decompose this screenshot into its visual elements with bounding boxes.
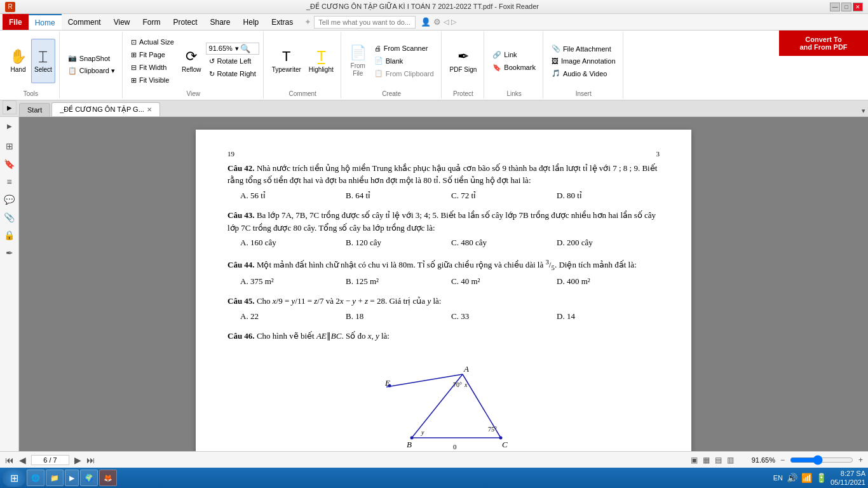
ie-icon: 🌐 (31, 474, 40, 482)
rotate-right-button[interactable]: ↻ Rotate Right (206, 68, 259, 80)
maximize-button[interactable]: □ (841, 3, 851, 11)
menu-view[interactable]: View (107, 14, 137, 30)
windows-icon: ⊞ (10, 472, 18, 484)
from-scanner-icon: 🖨 (374, 44, 381, 52)
snapshot-button[interactable]: 📷 SnapShot (65, 52, 118, 64)
menu-form[interactable]: Form (137, 14, 167, 30)
page-input[interactable] (31, 455, 69, 465)
q46-text: Câu 46. Cho hình vẽ biết AE∥BC. Số đo x,… (227, 330, 660, 342)
blank-button[interactable]: 📄 Blank (371, 55, 437, 67)
start-button[interactable]: ⊞ (3, 469, 25, 487)
tab-start[interactable]: Start (19, 103, 50, 116)
zoom-slider[interactable] (790, 455, 853, 465)
menu-help[interactable]: Help (237, 14, 266, 30)
file-attachment-button[interactable]: 📎 File Attachment (548, 43, 619, 55)
taskbar-media[interactable]: ▶ (65, 470, 79, 486)
taskbar-foxit[interactable]: 🦊 (99, 470, 117, 486)
nav-prev-button[interactable]: ◀ (19, 455, 26, 465)
minimize-button[interactable]: — (830, 3, 840, 11)
rotate-right-label: Rotate Right (217, 70, 256, 78)
convert-panel[interactable]: Convert To and From PDF (779, 30, 868, 56)
rotate-right-icon: ↻ (209, 70, 215, 78)
hand-icon: ✋ (10, 48, 27, 65)
zoom-in-icon[interactable]: 🔍 (240, 44, 250, 53)
audio-video-button[interactable]: 🎵 Audio & Video (548, 67, 619, 79)
sidebar-pages-icon[interactable]: ⊞ (2, 139, 17, 154)
typewriter-button[interactable]: T Typewriter (269, 39, 304, 83)
svg-text:70°: 70° (453, 381, 462, 388)
menu-protect[interactable]: Protect (167, 14, 204, 30)
taskbar-volume-icon[interactable]: 🔊 (787, 473, 797, 483)
highlight-button[interactable]: T̲ Highlight (306, 39, 337, 83)
sidebar-comment-icon[interactable]: 💬 (2, 192, 17, 207)
from-clipboard-button[interactable]: 📋 From Clipboard (371, 67, 437, 79)
hand-button[interactable]: ✋ Hand (6, 39, 30, 83)
tab-dropdown-arrow[interactable]: ▾ (862, 107, 865, 115)
zoom-out-icon[interactable]: − (780, 456, 785, 464)
pdf-sign-button[interactable]: ✒ PDF Sign (447, 39, 480, 83)
nav-forward-icon[interactable]: ▷ (451, 18, 456, 26)
protect-group-label: Protect (447, 89, 480, 97)
from-clipboard-label: From Clipboard (386, 70, 434, 78)
zoom-dropdown[interactable]: 91.65% ▾ 🔍 (206, 43, 259, 55)
close-button[interactable]: ✕ (853, 3, 863, 11)
taskbar-chrome[interactable]: 🌍 (80, 470, 98, 486)
sidebar-layers-icon[interactable]: ≡ (2, 174, 17, 189)
snapshot-icon: 📷 (68, 54, 77, 62)
link-button[interactable]: 🔗 Link (489, 49, 539, 61)
menubar: File Home Comment View Form Protect Shar… (0, 14, 868, 30)
sidebar-expand-button[interactable]: ▶ (4, 121, 15, 131)
bookmark-button[interactable]: 🔖 Bookmark (489, 62, 539, 74)
tab-document-close[interactable]: ✕ (147, 106, 152, 113)
menu-comment[interactable]: Comment (62, 14, 107, 30)
select-button[interactable]: ⌶ Select (31, 39, 55, 83)
sidebar-signature-icon[interactable]: ✒ (2, 245, 17, 261)
taskbar-network-icon[interactable]: 📶 (801, 473, 812, 483)
user-area: 👤 ⚙ ◁ ▷ (421, 17, 456, 27)
q43-c: C. 480 cây (451, 236, 554, 249)
fit-visible-label: Fit Visible (139, 76, 169, 84)
from-scanner-button[interactable]: 🖨 From Scanner (371, 43, 437, 54)
actual-size-button[interactable]: ⊡ Actual Size (128, 36, 177, 48)
rotate-left-button[interactable]: ↺ Rotate Left (206, 55, 259, 67)
user-icon: 👤 (421, 17, 431, 27)
menu-share[interactable]: Share (204, 14, 237, 30)
sidebar-security-icon[interactable]: 🔒 (2, 227, 17, 243)
svg-text:0: 0 (453, 443, 457, 451)
menu-home[interactable]: Home (29, 14, 62, 30)
nav-next-button[interactable]: ▶ (74, 455, 81, 465)
nav-last-button[interactable]: ⏭ (86, 455, 95, 465)
q42-text: Câu 42. Nhà nước trích tiền ủng hộ miền … (227, 162, 660, 187)
page-num-left: 19 (227, 149, 234, 159)
view-facing-icon[interactable]: ▤ (715, 456, 722, 464)
image-annotation-button[interactable]: 🖼 Image Annotation (548, 55, 619, 67)
sidebar-attachments-icon[interactable]: 📎 (2, 210, 17, 225)
fit-page-button[interactable]: ⊞ Fit Page (128, 49, 177, 61)
view-single-icon[interactable]: ▣ (691, 456, 698, 464)
sidebar-toggle-button[interactable]: ▶ (3, 100, 17, 114)
select-label: Select (34, 66, 52, 74)
view-col2: 91.65% ▾ 🔍 ↺ Rotate Left ↻ Rotate Right (206, 43, 259, 80)
view-facing-cont-icon[interactable]: ▥ (727, 456, 734, 464)
taskbar-explorer[interactable]: 📁 (46, 470, 64, 486)
menu-file[interactable]: File (3, 14, 29, 30)
fit-width-button[interactable]: ⊟ Fit Width (128, 62, 177, 74)
sidebar-bookmark-icon[interactable]: 🔖 (2, 156, 17, 172)
zoom-in-status-icon[interactable]: + (858, 456, 863, 464)
view-continuous-icon[interactable]: ▦ (703, 456, 710, 464)
fit-visible-button[interactable]: ⊞ Fit Visible (128, 74, 177, 86)
taskbar-ie[interactable]: 🌐 (27, 470, 44, 486)
nav-first-button[interactable]: ⏮ (5, 455, 14, 465)
question-46: Câu 46. Cho hình vẽ biết AE∥BC. Số đo x,… (227, 330, 660, 451)
tab-document[interactable]: _ĐỀ CƯƠNG ÔN TẬP G... ✕ (51, 102, 160, 116)
clipboard-button[interactable]: 📋 Clipboard ▾ (65, 65, 118, 77)
menu-extras[interactable]: Extras (265, 14, 299, 30)
settings-icon[interactable]: ⚙ (433, 17, 441, 27)
file-attachment-label: File Attachment (563, 45, 611, 53)
from-file-button[interactable]: 📄 FromFile (346, 39, 370, 83)
pdf-area[interactable]: 19 3 Câu 42. Nhà nước trích tiền ủng hộ … (19, 117, 868, 451)
nav-back-icon[interactable]: ◁ (444, 18, 449, 26)
reflow-button[interactable]: ⟳ Reflow (179, 39, 205, 83)
search-input[interactable] (314, 16, 416, 29)
window-controls[interactable]: — □ ✕ (830, 3, 863, 11)
